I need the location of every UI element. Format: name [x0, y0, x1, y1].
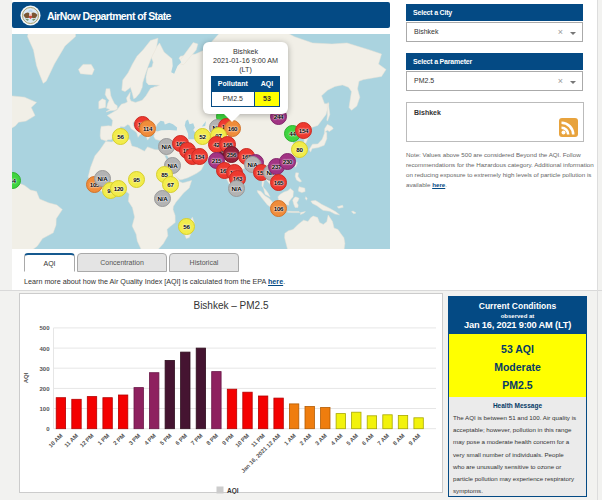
svg-text:AQI: AQI: [227, 487, 239, 494]
svg-text:5 PM: 5 PM: [159, 432, 173, 446]
svg-text:4 PM: 4 PM: [143, 432, 157, 446]
svg-text:AQI: AQI: [23, 372, 29, 383]
svg-text:400: 400: [39, 346, 50, 352]
svg-text:8 AM: 8 AM: [392, 432, 406, 446]
svg-text:7 AM: 7 AM: [376, 432, 390, 446]
svg-text:0: 0: [46, 426, 50, 432]
svg-text:3 PM: 3 PM: [128, 432, 142, 446]
svg-text:9 PM: 9 PM: [221, 432, 235, 446]
svg-text:11 AM: 11 AM: [63, 432, 79, 448]
svg-text:2 PM: 2 PM: [112, 432, 126, 446]
svg-text:10 PM: 10 PM: [234, 432, 250, 448]
svg-text:6 PM: 6 PM: [174, 432, 188, 446]
svg-text:3 AM: 3 AM: [314, 432, 328, 446]
svg-text:12 PM: 12 PM: [79, 432, 95, 448]
svg-text:500: 500: [39, 325, 50, 331]
svg-text:100: 100: [39, 406, 50, 412]
svg-text:8 PM: 8 PM: [205, 432, 219, 446]
svg-text:10 AM: 10 AM: [47, 432, 63, 448]
svg-text:1 AM: 1 AM: [283, 432, 297, 446]
svg-text:5 AM: 5 AM: [345, 432, 359, 446]
svg-text:9 AM: 9 AM: [407, 432, 421, 446]
svg-text:4 AM: 4 AM: [330, 432, 344, 446]
svg-text:Bishkek – PM2.5: Bishkek – PM2.5: [193, 300, 268, 311]
svg-text:2 AM: 2 AM: [299, 432, 313, 446]
svg-text:300: 300: [39, 366, 50, 372]
svg-text:200: 200: [39, 386, 50, 392]
svg-text:7 PM: 7 PM: [190, 432, 204, 446]
svg-text:6 AM: 6 AM: [361, 432, 375, 446]
svg-text:1 PM: 1 PM: [96, 432, 110, 446]
